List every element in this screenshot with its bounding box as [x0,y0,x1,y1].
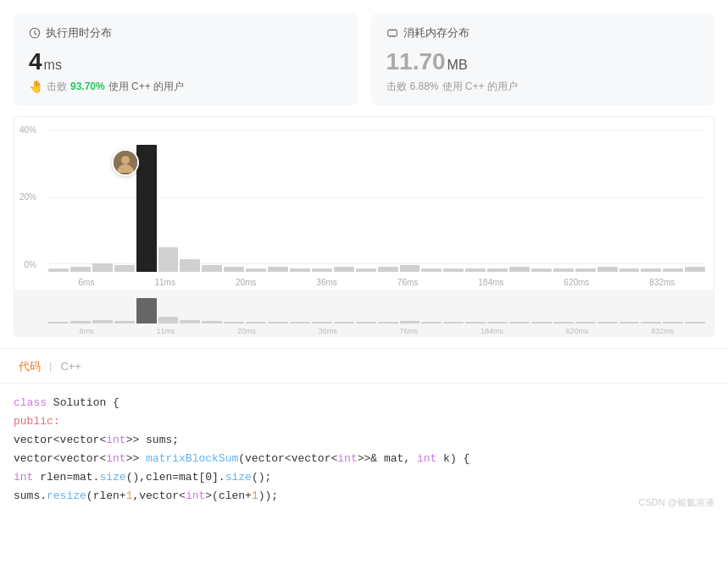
bar-10 [268,267,288,272]
mini-bar-4 [136,298,157,323]
tab-divider: | [49,360,52,373]
mini-chart: 6ms 11ms 20ms 36ms 76ms 184ms 620ms 832m… [14,290,714,337]
mini-bar-3 [114,321,135,323]
bar-21 [509,267,530,272]
code-line-6: sums.resize(rlen+1,vector<int>(clen+1)); [14,487,714,506]
mini-bar-27 [641,322,661,323]
bar-5 [158,247,179,271]
mini-bar-8 [224,322,244,323]
mini-bar-19 [465,322,486,323]
bar-2 [92,263,113,271]
bar-27 [641,268,661,272]
hand-icon: 🤚 [29,80,43,93]
grid-line-top [48,130,705,130]
mini-bar-5 [158,317,179,323]
x-labels: 6ms 11ms 20ms 36ms 76ms 184ms 620ms 832m… [48,278,705,287]
bar-25 [597,267,618,272]
mini-bar-2 [92,320,113,323]
mini-bar-23 [553,322,574,323]
mini-bar-17 [421,322,442,323]
code-tabs: 代码 | C++ [0,357,728,384]
mini-x-labels: 6ms 11ms 20ms 36ms 76ms 184ms 620ms 832m… [48,327,705,335]
bar-28 [663,268,683,272]
avatar-marker [112,149,139,176]
mini-bar-29 [685,322,705,323]
mini-bar-13 [334,322,354,323]
bar-24 [575,268,596,272]
code-line-4: vector<vector<int>> matrixBlockSum(vecto… [14,450,714,468]
mini-bar-21 [509,322,530,323]
bar-0 [48,268,69,272]
mini-bar-1 [70,321,91,323]
bar-4 [136,145,157,272]
mini-bar-10 [268,322,288,323]
memory-subtitle: 击败 6.88% 使用 C++ 的用户 [386,80,700,94]
mini-bar-24 [575,322,596,323]
bar-3 [114,265,135,272]
bar-15 [378,267,398,272]
bar-13 [334,267,354,272]
execution-panel: 执行用时分布 4ms 🤚 击败 93.70% 使用 C++ 的用户 [14,14,358,106]
memory-title: 消耗内存分布 [386,25,700,41]
tab-code[interactable]: 代码 [14,357,46,376]
mini-bar-15 [378,322,398,323]
bar-22 [531,268,552,272]
y-label-0: 0% [19,260,42,269]
y-label-40: 40% [19,125,42,135]
mini-bar-22 [531,322,552,323]
bar-26 [620,268,640,272]
code-line-5: int rlen=mat.size(),clen=mat[0].size(); [14,468,714,487]
bar-16 [400,265,420,272]
svg-point-3 [121,156,130,164]
bar-12 [312,268,332,272]
execution-value: 4ms [29,47,342,76]
bar-29 [685,267,705,272]
mini-bar-18 [443,322,464,323]
code-block: class Solution { public: vector<vector<i… [0,384,728,517]
bar-6 [180,259,200,272]
execution-subtitle: 🤚 击败 93.70% 使用 C++ 的用户 [29,80,342,94]
mini-bar-9 [246,322,266,323]
bar-17 [421,268,442,272]
watermark: CSDN @银氮溶液 [639,496,714,509]
mini-bar-26 [620,322,640,323]
tab-lang[interactable]: C++ [55,358,86,374]
mini-bar-11 [290,322,310,323]
bar-11 [290,268,310,272]
mini-bar-28 [663,322,683,323]
y-label-20: 20% [19,192,42,202]
bar-14 [356,268,376,272]
svg-rect-1 [387,30,397,36]
bar-7 [202,265,222,272]
bar-19 [465,268,486,272]
bar-1 [70,267,91,272]
bar-23 [553,268,574,272]
execution-title: 执行用时分布 [29,25,342,41]
mini-bar-7 [202,321,222,323]
memory-icon [386,27,398,39]
mini-bar-6 [180,320,200,323]
clock-icon [29,27,41,39]
bar-8 [224,267,244,272]
code-line-1: class Solution { [14,394,714,412]
mini-bar-12 [312,322,332,323]
mini-bar-14 [356,322,376,323]
mini-bars [48,294,705,323]
bar-9 [246,268,266,272]
bars-main [48,141,705,272]
chart-area: 40% 20% 0% 6ms 11ms 20ms 36ms [14,116,714,336]
mini-bar-0 [48,322,69,323]
memory-panel: 消耗内存分布 11.70MB 击败 6.88% 使用 C++ 的用户 [371,14,715,106]
code-line-2: public: [14,412,714,431]
mini-bar-20 [487,322,508,323]
mini-bar-25 [597,322,618,323]
top-panels: 执行用时分布 4ms 🤚 击败 93.70% 使用 C++ 的用户 消耗内存分布… [0,0,728,106]
bar-18 [443,268,464,272]
bar-20 [487,268,508,272]
memory-value: 11.70MB [386,47,700,76]
code-section: 代码 | C++ class Solution { public: vector… [0,348,728,517]
code-line-3: vector<vector<int>> sums; [14,431,714,450]
mini-bar-16 [400,321,420,323]
